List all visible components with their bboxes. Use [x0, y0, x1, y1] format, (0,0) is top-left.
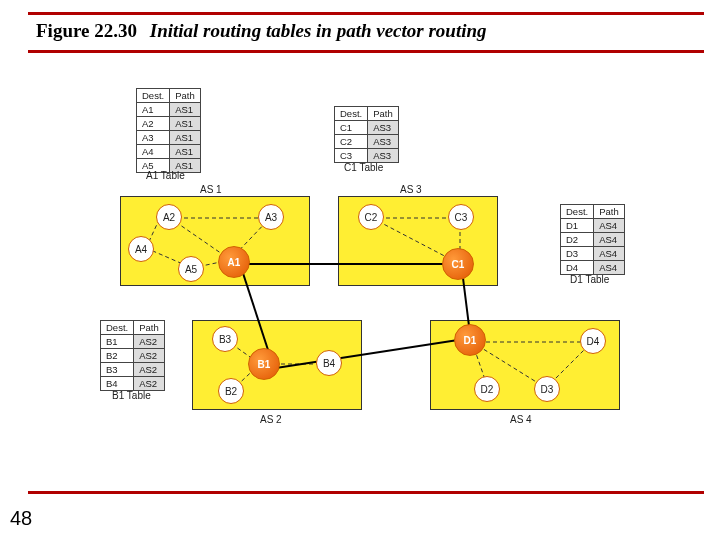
as2-label: AS 2 [260, 414, 282, 425]
node-b4: B4 [316, 350, 342, 376]
node-a2: A2 [156, 204, 182, 230]
figure-title: Figure 22.30 Initial routing tables in p… [36, 20, 487, 42]
speaker-c1: C1 [442, 248, 474, 280]
diagram-stage: Dest.Path A1AS1 A2AS1 A3AS1 A4AS1 A5AS1 … [100, 88, 640, 458]
table-caption-d1: D1 Table [570, 274, 609, 285]
routing-table-d1: Dest.Path D1AS4 D2AS4 D3AS4 D4AS4 [560, 204, 625, 275]
node-d4: D4 [580, 328, 606, 354]
rule-under-title [28, 50, 704, 53]
node-a5: A5 [178, 256, 204, 282]
node-c3: C3 [448, 204, 474, 230]
node-c2: C2 [358, 204, 384, 230]
speaker-a1: A1 [218, 246, 250, 278]
table-caption-b1: B1 Table [112, 390, 151, 401]
node-b3: B3 [212, 326, 238, 352]
routing-table-b1: Dest.Path B1AS2 B2AS2 B3AS2 B4AS2 [100, 320, 165, 391]
rule-top [28, 12, 704, 15]
page-number: 48 [10, 507, 32, 530]
speaker-b1: B1 [248, 348, 280, 380]
routing-table-a1: Dest.Path A1AS1 A2AS1 A3AS1 A4AS1 A5AS1 [136, 88, 201, 173]
col-path: Path [170, 89, 201, 103]
table-caption-c1: C1 Table [344, 162, 383, 173]
figure-label: Figure 22.30 [36, 20, 137, 41]
rule-bottom [28, 491, 704, 494]
node-d3: D3 [534, 376, 560, 402]
node-b2: B2 [218, 378, 244, 404]
as4-label: AS 4 [510, 414, 532, 425]
as3-label: AS 3 [400, 184, 422, 195]
as1-label: AS 1 [200, 184, 222, 195]
node-a3: A3 [258, 204, 284, 230]
routing-table-c1: Dest.Path C1AS3 C2AS3 C3AS3 [334, 106, 399, 163]
speaker-d1: D1 [454, 324, 486, 356]
node-d2: D2 [474, 376, 500, 402]
node-a4: A4 [128, 236, 154, 262]
col-dest: Dest. [137, 89, 170, 103]
figure-caption: Initial routing tables in path vector ro… [150, 20, 487, 41]
table-caption-a1: A1 Table [146, 170, 185, 181]
